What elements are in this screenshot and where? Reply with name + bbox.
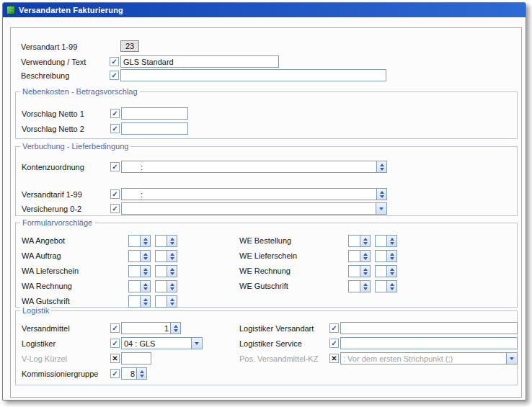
formular-spin-input[interactable] [155,235,167,247]
formular-spinbox [155,250,177,262]
vlog-kuerzel-input[interactable] [121,352,151,364]
chevron-down-icon [510,357,514,360]
chevron-down-icon [379,207,384,210]
pos-versandmittel-kz-checkbox[interactable]: ✕ [329,354,339,363]
vorschlag-netto1-checkbox[interactable]: ✓ [110,109,120,118]
formular-spinner[interactable] [386,265,397,277]
vorschlag-netto2-checkbox[interactable]: ✓ [110,124,120,133]
kontenzuordnung-label: Kontenzuordnung [22,163,84,172]
formular-spin-input[interactable] [155,295,167,308]
formular-spinner[interactable] [167,235,177,247]
vlog-kuerzel-checkbox[interactable]: ✕ [110,354,120,363]
kontenzuordnung-input[interactable] [121,161,376,173]
formular-spin-input[interactable] [128,250,140,262]
wa-gutschrift-label: WA Gutschrift [22,297,70,306]
formular-spinner[interactable] [360,235,371,247]
formular-spinner[interactable] [360,250,371,262]
pos-versandmittel-kz-dropdown-button[interactable] [506,352,518,364]
versandmittel-input[interactable] [121,322,170,334]
formular-spinner[interactable] [140,250,151,262]
logistiker-versandart-input[interactable] [340,322,518,334]
check-icon: ✓ [112,205,118,213]
spin-down-icon [143,272,148,275]
formular-spinner[interactable] [386,280,397,292]
formular-spin-input[interactable] [348,265,360,277]
spin-up-icon [143,253,148,256]
formular-spin-input[interactable] [128,235,140,247]
formular-spinner[interactable] [386,235,397,247]
formular-spin-input[interactable] [375,265,386,277]
spin-up-icon [390,238,394,241]
logistiker-checkbox[interactable]: ✓ [110,339,120,348]
versandmittel-checkbox[interactable]: ✓ [110,323,120,333]
formular-spin-input[interactable] [155,265,167,277]
formular-spinner[interactable] [140,295,151,308]
kommissioniergruppe-input[interactable] [121,367,136,380]
wa-angebot-label: WA Angebot [22,236,65,246]
spin-down-icon [170,287,174,290]
formular-spinner[interactable] [140,235,151,247]
formular-spinner[interactable] [386,250,397,262]
formular-spin-input[interactable] [128,265,140,277]
titlebar[interactable]: Versandarten Fakturierung [3,3,526,17]
spin-down-icon [143,242,148,245]
versandtarif-spinner[interactable] [376,188,387,200]
logistiker-service-input[interactable] [340,337,518,349]
formular-spinner[interactable] [167,250,177,262]
formular-spinner[interactable] [167,280,177,292]
formular-spin-input[interactable] [155,280,167,292]
verwendung-input[interactable] [120,55,279,68]
vorschlag-netto2-input[interactable] [121,122,188,135]
formular-spinner[interactable] [167,295,177,308]
formular-spinbox [155,295,177,308]
group-logistik: Logistik Versandmittel ✓ Logistiker ✓ V-… [15,310,518,385]
formular-spin-input[interactable] [155,250,167,262]
versandmittel-spinner[interactable] [170,322,181,334]
formular-spin-input[interactable] [375,235,386,247]
pos-versandmittel-kz-label: Pos. Versandmittel-KZ [239,354,318,364]
beschreibung-checkbox[interactable]: ✓ [110,71,119,80]
kommissioniergruppe-spinbox [121,367,147,380]
versicherung-input[interactable] [121,202,376,215]
formular-spinner[interactable] [360,265,371,277]
pos-versandmittel-kz-input[interactable] [340,352,506,364]
formular-spinbox [348,265,371,277]
versicherung-checkbox[interactable]: ✓ [110,204,120,213]
formular-spinner[interactable] [360,280,371,292]
logistiker-service-checkbox[interactable]: ✓ [329,339,339,348]
formular-spin-input[interactable] [348,235,360,247]
formular-spin-input[interactable] [375,250,386,262]
beschreibung-input[interactable] [120,69,386,81]
kontenzuordnung-spinner[interactable] [376,161,387,173]
logistiker-versandart-checkbox[interactable]: ✓ [329,323,339,333]
formular-spin-input[interactable] [128,280,140,292]
spin-up-icon [170,268,174,271]
formular-spin-input[interactable] [375,280,386,292]
kontenzuordnung-checkbox[interactable]: ✓ [110,162,120,171]
check-icon: ✓ [111,71,117,79]
formular-spinner[interactable] [140,265,151,277]
versandtarif-input[interactable] [121,188,376,200]
logistiker-dropdown-button[interactable] [191,337,203,349]
formular-spinner[interactable] [140,280,151,292]
versicherung-dropdown-button[interactable] [376,202,387,215]
spin-down-icon [363,272,368,275]
formular-spinbox [375,235,397,247]
vorschlag-netto1-input[interactable] [121,107,188,120]
formular-spin-input[interactable] [348,250,360,262]
cross-icon: ✕ [331,354,337,362]
spin-up-icon [380,191,384,194]
kommissioniergruppe-spinner[interactable] [136,367,147,380]
kommissioniergruppe-checkbox[interactable]: ✓ [110,369,120,378]
spin-down-icon [170,242,174,245]
spin-up-icon [140,370,144,373]
formular-spinbox [155,235,177,247]
spin-down-icon [170,272,174,275]
logistiker-input[interactable] [121,337,191,349]
formular-spinner[interactable] [167,265,177,277]
versandtarif-checkbox[interactable]: ✓ [110,189,120,199]
formular-spinbox [348,250,371,262]
formular-spin-input[interactable] [128,295,140,308]
verwendung-checkbox[interactable]: ✓ [110,57,119,66]
formular-spin-input[interactable] [348,280,360,292]
